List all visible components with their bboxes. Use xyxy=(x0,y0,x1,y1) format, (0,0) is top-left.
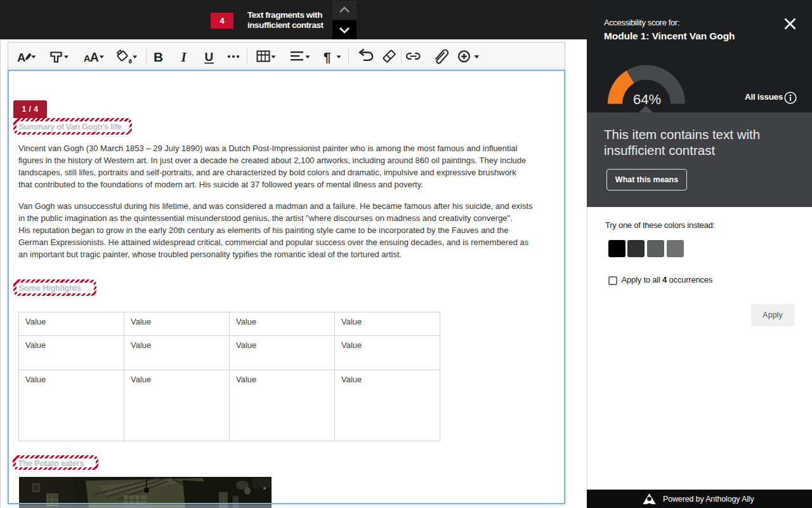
svg-text:A: A xyxy=(90,50,99,64)
svg-text:B: B xyxy=(154,50,163,64)
svg-text:U: U xyxy=(205,50,214,64)
svg-text:A: A xyxy=(17,51,25,64)
svg-text:I: I xyxy=(181,50,187,65)
svg-text:¶: ¶ xyxy=(324,50,331,64)
